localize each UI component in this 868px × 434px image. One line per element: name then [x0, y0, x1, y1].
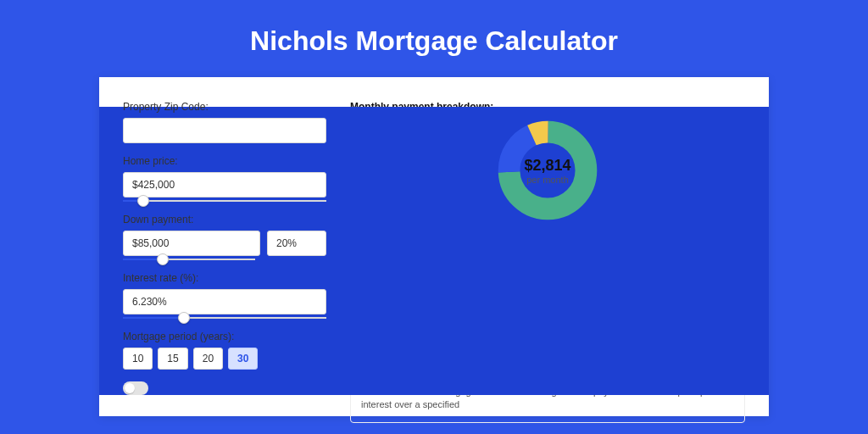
slider-thumb[interactable]	[178, 312, 190, 324]
period-btn-30[interactable]: 30	[228, 348, 258, 370]
period-btn-10[interactable]: 10	[123, 348, 153, 370]
down-payment-field: Down payment:	[123, 214, 326, 260]
slider-thumb[interactable]	[157, 253, 169, 265]
period-field: Mortgage period (years): 10 15 20 30	[123, 331, 326, 370]
donut-chart: $2,814 per month	[497, 120, 598, 221]
toggle-knob	[125, 383, 135, 393]
down-payment-slider[interactable]	[123, 259, 255, 260]
slider-thumb[interactable]	[137, 195, 149, 207]
home-price-input[interactable]	[123, 172, 326, 198]
veteran-toggle[interactable]	[123, 381, 148, 395]
home-price-field: Home price:	[123, 155, 326, 202]
period-btn-20[interactable]: 20	[193, 348, 223, 370]
interest-slider[interactable]	[123, 317, 326, 319]
period-buttons: 10 15 20 30	[123, 348, 326, 370]
down-payment-label: Down payment:	[123, 214, 326, 225]
down-payment-pct-input[interactable]	[267, 231, 326, 256]
interest-label: Interest rate (%):	[123, 272, 326, 284]
home-price-slider[interactable]	[123, 200, 326, 202]
down-payment-input[interactable]	[123, 231, 260, 256]
donut-sub: per month	[526, 175, 569, 185]
zip-input[interactable]	[123, 118, 326, 143]
interest-field: Interest rate (%):	[123, 272, 326, 319]
zip-field: Property Zip Code:	[123, 101, 326, 143]
period-btn-15[interactable]: 15	[158, 348, 187, 370]
home-price-label: Home price:	[123, 155, 326, 167]
period-label: Mortgage period (years):	[123, 331, 326, 342]
donut-amount: $2,814	[524, 157, 570, 175]
page-title: Nichols Mortgage Calculator	[0, 0, 868, 77]
donut-center: $2,814 per month	[497, 120, 598, 221]
zip-label: Property Zip Code:	[123, 101, 326, 113]
interest-input[interactable]	[123, 289, 326, 314]
